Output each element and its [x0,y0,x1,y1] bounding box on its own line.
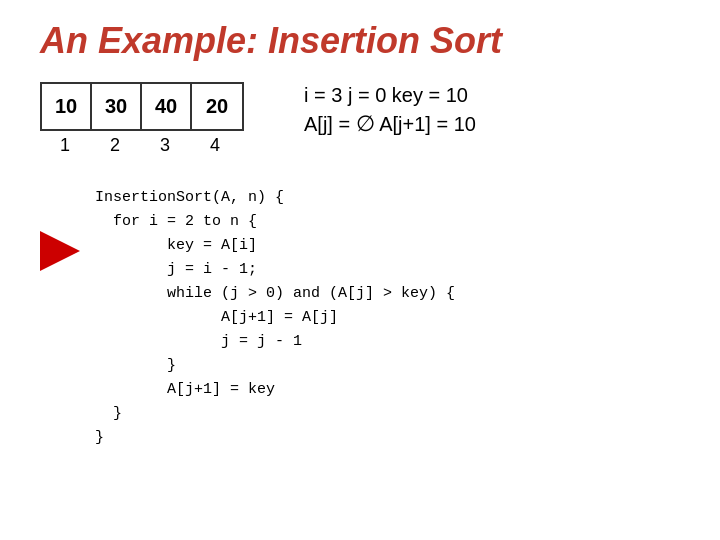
array-cell-0: 10 [42,84,92,129]
array-boxes: 10 30 40 20 [40,82,244,131]
array-index-0: 1 [40,135,90,156]
page-title: An Example: Insertion Sort [40,20,680,62]
array-index-3: 4 [190,135,240,156]
info-line-1: i = 3 j = 0 key = 10 [304,84,476,107]
array-section: 10 30 40 20 1 2 3 4 [40,82,244,156]
array-index-1: 2 [90,135,140,156]
code-section: InsertionSort(A, n) { for i = 2 to n { k… [40,176,680,450]
content-area: 10 30 40 20 1 2 3 4 i = 3 j = 0 key = 10… [40,82,680,450]
arrow-container [40,176,80,271]
array-indices: 1 2 3 4 [40,135,240,156]
page: An Example: Insertion Sort 10 30 40 20 1… [0,0,720,540]
info-empty-set: ∅ [356,111,375,136]
info-box: i = 3 j = 0 key = 10 A[j] = ∅ A[j+1] = 1… [304,84,476,141]
array-cell-3: 20 [192,84,242,129]
array-cell-2: 40 [142,84,192,129]
array-cell-1: 30 [92,84,142,129]
top-section: 10 30 40 20 1 2 3 4 i = 3 j = 0 key = 10… [40,82,680,156]
current-line-arrow [40,231,80,271]
code-block: InsertionSort(A, n) { for i = 2 to n { k… [95,186,455,450]
info-line-2-rest: A[j+1] = 10 [375,113,476,135]
array-index-2: 3 [140,135,190,156]
info-line-2-text: A[j] = [304,113,356,135]
info-line-2: A[j] = ∅ A[j+1] = 10 [304,111,476,137]
